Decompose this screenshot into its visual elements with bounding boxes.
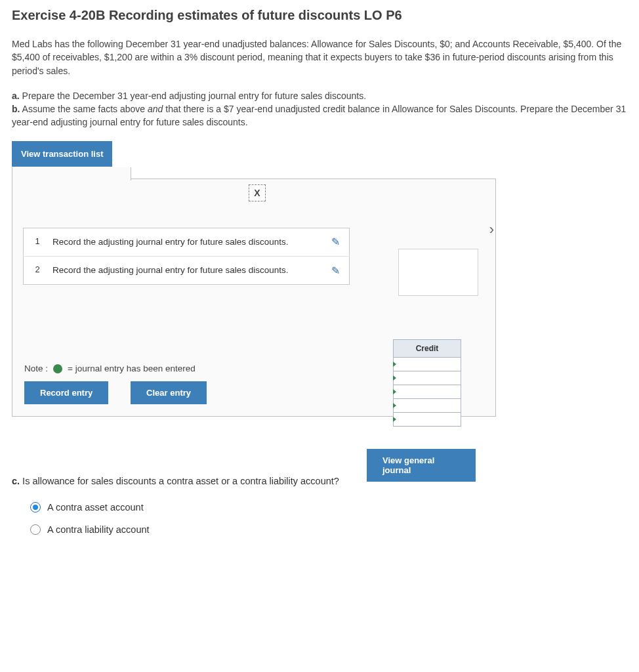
label-b: b. [12,104,20,114]
edit-icon[interactable]: ✎ [331,265,340,276]
exercise-title: Exercise 4-20B Recording estimates of fu… [12,8,627,23]
intro-paragraph: Med Labs has the following December 31 y… [12,37,627,77]
tab-connector [12,167,131,180]
credit-table: Credit [393,339,461,427]
transaction-list-table: 1 Record the adjusting journal entry for… [23,228,350,285]
edit-icon[interactable]: ✎ [331,236,340,247]
radio-icon[interactable] [30,502,41,513]
chevron-right-icon[interactable]: › [489,221,494,238]
row-number: 1 [24,228,52,256]
credit-cell[interactable] [394,398,461,412]
text-b1: Assume the same facts above [20,104,148,114]
row-description: Record the adjusting journal entry for f… [51,257,321,285]
transaction-panel: 1 Record the adjusting journal entry for… [12,178,496,417]
option-label: A contra asset account [47,502,144,513]
note-text: = journal entry has been entered [68,364,196,373]
row-number: 2 [24,257,52,285]
option-contra-asset[interactable]: A contra asset account [30,502,627,513]
entered-indicator-icon [53,364,62,373]
option-label: A contra liability account [47,524,150,535]
clear-entry-button[interactable]: Clear entry [131,381,207,404]
parts-a-b: a. Prepare the December 31 year-end adju… [12,89,627,129]
credit-cell[interactable] [394,371,461,385]
record-entry-button[interactable]: Record entry [24,381,108,404]
note-label: Note : [24,364,48,373]
credit-header: Credit [394,339,461,357]
blank-card[interactable] [398,249,478,296]
radio-icon[interactable] [30,524,41,535]
credit-cell[interactable] [394,357,461,371]
close-icon[interactable]: X [249,184,266,201]
credit-cell[interactable] [394,412,461,426]
label-a: a. [12,91,20,101]
part-c: c. Is allowance for sales discounts a co… [12,476,627,535]
text-a: Prepare the December 31 year-end adjusti… [20,91,366,101]
view-transaction-list-button[interactable]: View transaction list [12,141,112,167]
row-description: Record the adjusting journal entry for f… [51,228,321,256]
view-general-journal-button[interactable]: View general journal [367,449,476,482]
label-c: c. [12,476,20,486]
part-c-question: c. Is allowance for sales discounts a co… [12,476,627,486]
credit-cell[interactable] [394,385,461,398]
table-row[interactable]: 1 Record the adjusting journal entry for… [24,228,350,256]
text-b-and: and [148,104,163,114]
table-row[interactable]: 2 Record the adjusting journal entry for… [24,257,350,285]
option-contra-liability[interactable]: A contra liability account [30,524,627,535]
text-c: Is allowance for sales discounts a contr… [20,476,339,486]
